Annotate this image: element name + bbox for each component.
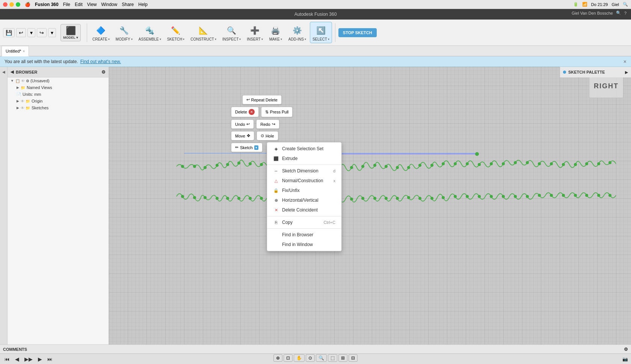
tab-bar: Untitled* × [0, 46, 631, 56]
sketch-palette[interactable]: SKETCH PALETTE ▶ [560, 67, 631, 77]
undo-arrow[interactable]: ▾ [27, 28, 35, 37]
svg-point-69 [490, 195, 493, 198]
app-menu-name[interactable]: Fusion 360 [35, 2, 59, 7]
svg-point-77 [585, 194, 588, 197]
timeline-start-button[interactable]: ⏮ [3, 355, 11, 363]
construct-button[interactable]: 📐 CONSTRUCT▾ [188, 22, 219, 43]
sketch-dropdown-button[interactable]: ✏ Sketch ▾ [231, 143, 263, 152]
share-menu[interactable]: Share [122, 2, 134, 7]
pan-button[interactable]: ⊡ [284, 354, 293, 362]
assemble-button[interactable]: 🔩 ASSEMBLE▾ [136, 22, 163, 43]
press-pull-button[interactable]: ⇅ Press Pull [261, 107, 293, 117]
timeline-fast-forward-button[interactable]: ▶▶ [23, 355, 34, 363]
svg-point-44 [204, 196, 207, 199]
make-button[interactable]: 🖨️ MAKE▾ [267, 22, 285, 43]
svg-point-66 [454, 195, 457, 198]
grid-button[interactable]: ⊞ [338, 354, 347, 362]
move-button[interactable]: Move ✥ [231, 131, 254, 140]
svg-point-22 [418, 164, 421, 167]
maximize-dot[interactable] [16, 2, 20, 7]
user-name[interactable]: Giel Van Den Bossche [572, 11, 613, 15]
undo-button[interactable]: ↩ [16, 28, 26, 37]
browser-item-named-views[interactable]: ▶ 📁 Named Views [8, 84, 109, 91]
browser-settings-icon[interactable]: ⚙ [101, 69, 106, 75]
context-menu-copy-label: Copy [282, 220, 293, 225]
context-menu-item-create-selection-set[interactable]: ◈ Create Selection Set [267, 144, 341, 154]
units-button[interactable]: ⊟ [349, 354, 358, 362]
help-menu[interactable]: Help [138, 2, 148, 7]
svg-point-27 [478, 163, 481, 166]
tab-close-button[interactable]: × [23, 49, 25, 53]
untitled-tab[interactable]: Untitled* × [2, 46, 29, 56]
notif-close-button[interactable]: × [623, 59, 626, 65]
context-menu-item-fix-unfix[interactable]: 🔒 Fix/Unfix [267, 186, 341, 195]
view-menu[interactable]: View [87, 2, 97, 7]
zoom-button[interactable]: ⊙ [306, 354, 315, 362]
sketch-button[interactable]: ✏️ SKETCH▾ [165, 22, 187, 43]
stop-sketch-button[interactable]: STOP SKETCH [338, 28, 377, 37]
minimize-dot[interactable] [9, 2, 14, 7]
browser-collapse-arrow[interactable]: ◀ [11, 69, 14, 74]
find-in-window-icon [273, 242, 279, 248]
context-menu-item-extrude[interactable]: ⬛ Extrude [267, 154, 341, 163]
browser-item-origin-label: Origin [32, 99, 42, 103]
addins-icon: ⚙️ [290, 24, 304, 37]
context-menu-normal-construction-label: Normal/Construction [282, 178, 323, 183]
title-search-icon[interactable]: 🔍 [616, 11, 621, 15]
context-menu-item-copy[interactable]: ⎘ Copy Ctrl+C [267, 217, 341, 227]
title-help-icon[interactable]: ? [624, 11, 626, 15]
addins-button[interactable]: ⚙️ ADD-INS▾ [286, 22, 308, 43]
inspect-button[interactable]: 🔍 INSPECT▾ [220, 22, 243, 43]
sketch-dimension-icon: ↔ [273, 168, 279, 174]
fit-view-button[interactable]: ⊕ [273, 354, 282, 362]
browser-item-sketches[interactable]: ▶ 👁 📁 Sketches [8, 104, 109, 111]
timeline-end-button[interactable]: ⏭ [46, 355, 54, 363]
window-menu[interactable]: Window [101, 2, 118, 7]
context-menu-item-normal-construction[interactable]: △ Normal/Construction x [267, 176, 341, 186]
timeline-prev-button[interactable]: ◀ [14, 355, 21, 363]
sidebar-toggle[interactable]: ◀ [0, 67, 8, 344]
ctx-undo-button[interactable]: Undo ↩ [231, 119, 254, 129]
sketch-palette-arrow[interactable]: ▶ [625, 70, 628, 74]
menu-search[interactable]: 🔍 [623, 2, 628, 7]
zoom-window-button[interactable]: 🔍 [316, 354, 327, 362]
context-menu-item-sketch-dimension[interactable]: ↔ Sketch Dimension d [267, 166, 341, 176]
insert-button[interactable]: ➕ INSERT▾ [245, 22, 265, 43]
file-menu[interactable]: File [63, 2, 70, 7]
context-menu-item-horizontal-vertical[interactable]: ⊕ Horizontal/Vertical [267, 195, 341, 205]
insert-label: INSERT▾ [247, 37, 263, 41]
context-menu-item-find-in-window[interactable]: Find in Window [267, 240, 341, 249]
construct-label: CONSTRUCT▾ [190, 37, 216, 41]
apple-menu[interactable]: 🍎 [25, 2, 30, 7]
browser-item-units[interactable]: 📄 Units: mm [8, 91, 109, 98]
normal-construction-icon: △ [273, 178, 279, 184]
comments-settings-icon[interactable]: ⚙ [624, 347, 628, 352]
hole-button[interactable]: ⊙ Hole [257, 131, 278, 140]
expand-arrow-named-views: ▶ [17, 86, 19, 89]
close-dot[interactable] [3, 2, 8, 7]
timeline-camera-icon[interactable]: 📷 [622, 356, 628, 362]
delete-button[interactable]: Delete ✕ [231, 107, 259, 117]
browser-item-unsaved[interactable]: ▼ 📋 👁 ⚙ (Unsaved) [8, 77, 109, 84]
display-mode-button[interactable]: ⬚ [328, 354, 337, 362]
save-button[interactable]: 💾 [3, 28, 15, 37]
viewport[interactable]: RIGHT SKETCH PALETTE ▶ ↩ Repeat Delete [109, 67, 631, 344]
workspace-button[interactable]: ⬛ MODEL ▾ [60, 24, 81, 41]
sketches-folder-icon: 📁 [26, 106, 30, 110]
modify-button[interactable]: 🔧 MODIFY▾ [113, 22, 135, 43]
orbit-button[interactable]: ✋ [294, 354, 305, 362]
create-button[interactable]: 🔷 CREATE▾ [90, 22, 112, 43]
ctx-redo-button[interactable]: Redo ↪ [256, 119, 279, 129]
timeline-play-button[interactable]: ▶ [36, 355, 44, 363]
notif-link[interactable]: Find out what's new. [80, 59, 121, 64]
repeat-delete-button[interactable]: ↩ Repeat Delete [242, 95, 282, 104]
edit-menu[interactable]: Edit [75, 2, 83, 7]
redo-button[interactable]: ↪ [37, 28, 47, 37]
svg-point-70 [502, 195, 505, 198]
context-menu-item-delete-coincident[interactable]: ✕ Delete Coincident [267, 205, 341, 215]
select-button[interactable]: ↖️ SELECT▾ [310, 22, 332, 43]
make-icon: 🖨️ [269, 24, 282, 37]
browser-item-origin[interactable]: ▶ 👁 📁 Origin [8, 98, 109, 104]
context-menu-item-find-in-browser[interactable]: Find in Browser [267, 230, 341, 240]
redo-arrow[interactable]: ▾ [48, 28, 56, 37]
